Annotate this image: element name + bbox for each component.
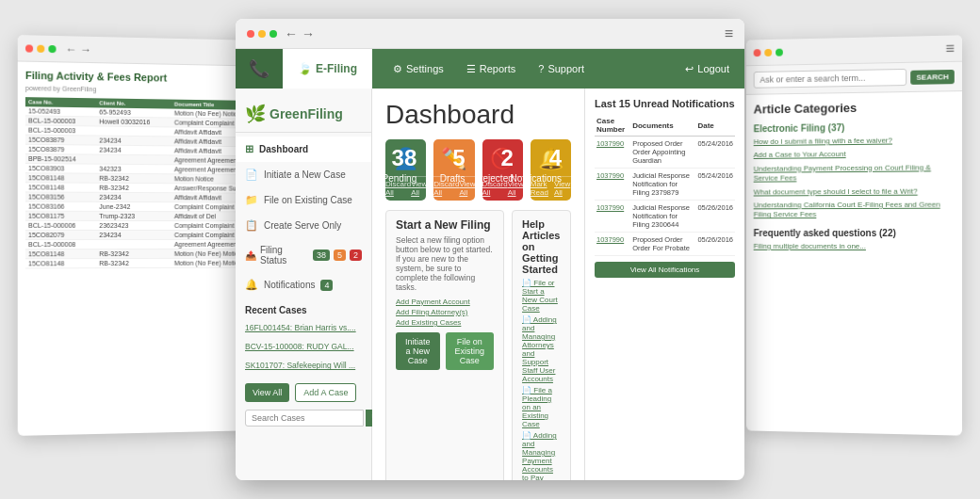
maximize-dot-main	[270, 30, 277, 38]
pending-view-all[interactable]: View All	[411, 180, 427, 197]
notif-col-docs: Documents	[630, 115, 695, 137]
start-filing-title: Start a New Filing	[396, 218, 494, 232]
rejected-discard-all[interactable]: Discard All	[482, 180, 508, 197]
nav-logout[interactable]: ↩ Logout	[670, 49, 744, 89]
article-item-5[interactable]: Understanding California Court E-Filing …	[754, 201, 955, 220]
dashboard-title: Dashboard	[385, 100, 571, 130]
table-row: BCL-15-00000623623423Complaint Complaint	[25, 220, 245, 230]
reports-label: Reports	[480, 63, 516, 74]
table-cell: 15CO81148	[25, 259, 96, 268]
table-cell: 23623423	[96, 220, 172, 230]
help-content: Article Categories Electronic Filing (37…	[746, 91, 962, 261]
pending-discard-all[interactable]: Discard All	[385, 180, 411, 197]
table-cell: 15CO81175	[25, 211, 96, 220]
help-articles-title: Help Articles on Getting Started	[522, 218, 561, 275]
article-item[interactable]: How do I submit a filing with a fee waiv…	[754, 136, 955, 148]
table-cell: Affidavit Affidavit	[172, 193, 245, 202]
sidebar-file-existing-label: File on Existing Case	[264, 195, 352, 205]
table-cell: 15CO83166	[25, 201, 96, 211]
nav-support[interactable]: ? Support	[527, 49, 596, 89]
table-cell: Affidavit of Del	[172, 212, 245, 221]
notifications-view-all[interactable]: View All	[554, 180, 571, 197]
rejected-badge: 2	[350, 250, 362, 261]
notif-case-cell: 1037990	[595, 201, 630, 233]
maximize-dot-r	[776, 48, 783, 56]
notif-case-link[interactable]: 1037990	[596, 203, 624, 212]
pending-number: 38	[392, 145, 417, 171]
notif-case-link[interactable]: 1037990	[596, 139, 624, 148]
link-add-attorney[interactable]: Add Filing Attorney(s)	[396, 308, 494, 316]
table-cell: 15CO81148	[25, 183, 96, 193]
notifications-icon: 🔔	[245, 279, 258, 291]
efiling-label: E-Filing	[316, 62, 357, 75]
dashboard-icon: ⊞	[245, 143, 253, 155]
file-on-existing-button[interactable]: File on Existing Case	[446, 332, 495, 370]
sidebar-initiate-label: Initiate a New Case	[264, 169, 346, 180]
help-search-button[interactable]: SEARCH	[910, 69, 954, 84]
logo-leaf-icon: 🌿	[245, 104, 266, 124]
sidebar-item-create-serve[interactable]: 📋 Create Serve Only	[236, 213, 371, 238]
help-link-4[interactable]: 📄 Adding and Managing Payment Accounts t…	[522, 431, 561, 480]
phone-icon[interactable]: 📞	[236, 49, 283, 89]
logout-icon: ↩	[685, 63, 694, 75]
window-controls	[25, 44, 57, 53]
nav-settings[interactable]: ⚙ Settings	[382, 49, 455, 89]
nav-arrows-main[interactable]: ← →	[285, 26, 315, 41]
sidebar-item-dashboard[interactable]: ⊞ Dashboard	[236, 137, 371, 162]
recent-case-1[interactable]: 16FL001454: Brian Harris vs....	[236, 318, 371, 337]
create-serve-icon: 📋	[245, 219, 258, 232]
table-row: 1037990Judicial Response Notification fo…	[595, 201, 735, 233]
sidebar-notifications-label: Notifications	[264, 280, 315, 290]
close-dot-r	[754, 49, 761, 56]
add-case-button[interactable]: Add A Case	[295, 383, 356, 402]
table-cell: Answer/Response Sub	[172, 184, 245, 193]
main-content: Dashboard 👤 38 Pending Discard All View …	[372, 89, 584, 480]
article-item-4[interactable]: What document type should I select to fi…	[754, 186, 955, 197]
sidebar-buttons: View All Add A Case	[236, 376, 371, 410]
notif-case-cell: 1037990	[595, 233, 630, 256]
drafts-discard-all[interactable]: Discard All	[433, 180, 459, 197]
notif-date-cell: 05/24/2016	[695, 169, 735, 201]
drafts-view-all[interactable]: View All	[459, 180, 475, 197]
help-link-3[interactable]: 📄 File a Pleading on an Existing Case	[522, 386, 561, 428]
nav-arrows-back-left[interactable]: ← →	[66, 42, 92, 56]
recent-case-2[interactable]: BCV-15-100008: RUDY GAL...	[236, 337, 371, 356]
link-add-payment[interactable]: Add Payment Account	[396, 298, 494, 306]
table-row: 15CO83166June-2342Complaint Complaint	[25, 201, 245, 212]
table-row: 15CO81148RB-32342Motion (No Fee) Motion	[25, 249, 245, 258]
view-all-button[interactable]: View All	[245, 383, 289, 402]
sidebar-item-notifications[interactable]: 🔔 Notifications 4	[236, 272, 371, 298]
notif-doc-cell: Judicial Response Notification for Filin…	[630, 201, 695, 233]
article-item-3[interactable]: Understanding Payment Processing on Cour…	[754, 163, 955, 184]
table-cell: 342323	[96, 164, 172, 174]
help-search-input[interactable]	[754, 69, 907, 89]
main-hamburger-icon[interactable]: ≡	[725, 25, 733, 42]
help-link-1[interactable]: 📄 File or Start a New Court Case	[522, 279, 561, 313]
notifications-mark-read[interactable]: Mark Read	[531, 180, 554, 197]
notifications-count-badge: 4	[320, 280, 333, 291]
link-add-existing[interactable]: Add Existing Cases	[396, 318, 494, 327]
notif-case-link[interactable]: 1037990	[596, 235, 624, 244]
article-item-2[interactable]: Add a Case to Your Account	[754, 149, 955, 160]
sidebar-filing-status[interactable]: 📤 Filing Status 38 5 2	[236, 238, 371, 272]
recent-case-3[interactable]: SK101707: Safekeeping Will ...	[236, 356, 371, 375]
back-left-content: Filing Activity & Fees Report powered by…	[18, 61, 253, 276]
help-link-2[interactable]: 📄 Adding and Managing Attorneys and Supp…	[522, 315, 561, 383]
drafts-card: ✏️ 5 Drafts Discard All View All	[433, 139, 474, 201]
search-cases-input[interactable]	[245, 410, 364, 427]
initiate-new-case-button[interactable]: Initiate a New Case	[396, 332, 440, 370]
hamburger-icon[interactable]: ≡	[945, 40, 955, 56]
nav-reports[interactable]: ☰ Reports	[455, 49, 528, 89]
sidebar-item-initiate[interactable]: 📄 Initiate a New Case	[236, 162, 371, 187]
table-row: 1037990Judicial Response Notification fo…	[595, 169, 735, 201]
faq-item-1[interactable]: Filing multiple documents in one...	[754, 242, 955, 250]
sidebar-item-file-existing[interactable]: 📁 File on Existing Case	[236, 187, 371, 213]
notif-case-link[interactable]: 1037990	[596, 171, 624, 180]
tab-efiling[interactable]: 🍃 E-Filing	[283, 49, 372, 89]
table-cell: RB-32342	[96, 183, 172, 192]
notifications-card: 🔔 4 Notifications Mark Read View All	[531, 139, 571, 201]
table-cell: Complaint Complaint	[172, 221, 245, 231]
view-all-notifications-button[interactable]: View All Notifications	[595, 262, 735, 278]
notif-date-cell: 05/26/2016	[695, 233, 735, 256]
notifications-panel: Last 15 Unread Notifications Case Number…	[584, 89, 744, 480]
